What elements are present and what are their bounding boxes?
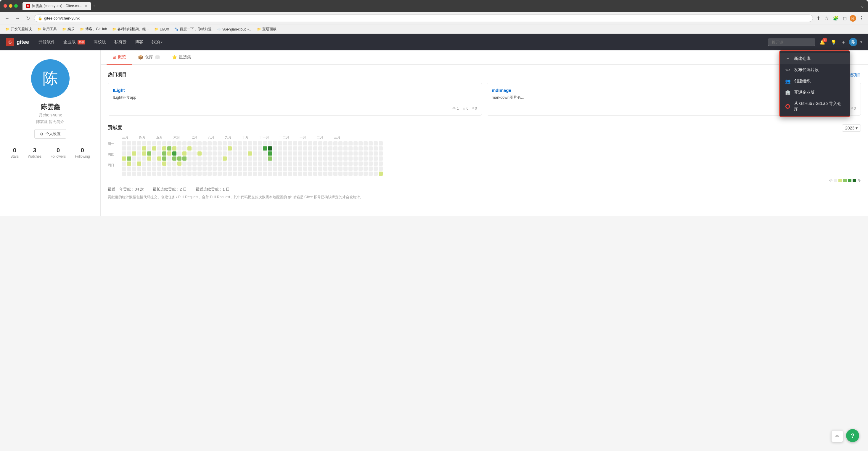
day-cell xyxy=(328,146,333,150)
extensions-btn[interactable]: 🧩 xyxy=(832,15,840,22)
tab-overview[interactable]: ⊞ 概览 xyxy=(106,50,132,65)
day-cell xyxy=(364,162,368,166)
close-window-btn[interactable] xyxy=(4,4,7,8)
dropdown-enterprise[interactable]: 🏢 开通企业版 xyxy=(780,87,850,98)
day-cell xyxy=(278,141,282,145)
active-tab[interactable]: G 陈雲鑫 (chen-yunx) - Gitee.co... ✕ xyxy=(23,2,91,10)
contribution-title: 贡献度 xyxy=(108,125,122,131)
contribution-legend: 少 多 xyxy=(108,178,861,183)
day-cell xyxy=(172,172,177,176)
year-selector[interactable]: 2023 ▾ xyxy=(842,124,861,132)
day-cell xyxy=(157,141,161,145)
day-cell xyxy=(177,167,182,171)
day-cell xyxy=(233,167,237,171)
bookmark-baota[interactable]: 📁 宝塔面板 xyxy=(255,26,279,32)
new-tab-btn[interactable]: + xyxy=(93,3,95,8)
dropdown-item-label: 从 GitHub / GitLab 导入仓库 xyxy=(794,101,844,112)
nav-mine[interactable]: 我的 ▾ xyxy=(148,38,166,47)
stat-watches[interactable]: 3 Watches xyxy=(28,147,41,159)
nav-school[interactable]: 高校版 xyxy=(90,38,110,47)
stat-stars[interactable]: 0 Stars xyxy=(10,147,19,159)
bookmark-btn[interactable]: ☆ xyxy=(823,15,830,22)
stat-following[interactable]: 0 Following xyxy=(75,147,90,159)
cast-btn[interactable]: ⬆ xyxy=(815,15,822,22)
week-col xyxy=(263,141,267,176)
notification-btn[interactable]: 🔔 3 xyxy=(818,38,827,46)
user-avatar-btn[interactable]: 陈 xyxy=(849,38,857,46)
bookmark-yule[interactable]: 📁 娱乐 xyxy=(60,26,77,32)
month-label: 五月 xyxy=(156,135,174,140)
close-tab-btn[interactable]: ✕ xyxy=(85,4,87,8)
bookmark-vue[interactable]: ☁️ vue-9jian-cloud -... xyxy=(215,27,254,32)
add-btn[interactable]: ＋ xyxy=(841,38,846,46)
dropdown-create-org[interactable]: 👥 创建组织 xyxy=(780,76,850,87)
day-cell xyxy=(283,141,287,145)
reload-btn[interactable]: ↻ xyxy=(24,15,32,22)
nav-blog[interactable]: 博客 xyxy=(131,38,147,47)
nav-opensource[interactable]: 开源软件 xyxy=(35,38,59,47)
day-cell xyxy=(167,157,172,161)
dropdown-publish-snippet[interactable]: </> 发布代码片段 xyxy=(780,64,850,76)
bookmark-kaifa[interactable]: 📁 开发问题解决 xyxy=(3,26,34,32)
theme-btn[interactable]: 💡 xyxy=(830,38,838,46)
day-cell xyxy=(142,151,146,156)
forward-btn[interactable]: → xyxy=(13,15,22,22)
day-cell xyxy=(172,167,177,171)
contribution-note: 贡献度的统计数据包括代码提交、创建任务 / Pull Request、合并 Pu… xyxy=(108,194,861,200)
recent-streak: 最近连续贡献：1 日 xyxy=(196,187,230,192)
profile-btn[interactable]: ◻ xyxy=(842,15,848,22)
month-label: 三月 xyxy=(334,135,346,140)
day-cell xyxy=(172,162,177,166)
stat-followers[interactable]: 0 Followers xyxy=(51,147,66,159)
maximize-window-btn[interactable] xyxy=(14,4,18,8)
day-cell xyxy=(348,162,352,166)
bookmark-uiux[interactable]: 📁 UI/UX xyxy=(152,27,172,32)
day-cell xyxy=(303,146,307,150)
day-cell xyxy=(328,157,333,161)
week-col xyxy=(208,141,212,176)
day-cell xyxy=(288,162,292,166)
day-cell xyxy=(369,162,373,166)
day-cell xyxy=(162,146,166,150)
bookmark-changyong[interactable]: 📁 常用工具 xyxy=(35,26,59,32)
address-bar[interactable]: 🔒 gitee.com/chen-yunx xyxy=(34,15,813,22)
day-cell xyxy=(122,151,126,156)
folder-icon: 📁 xyxy=(37,27,41,31)
star-stat: ☆ 0 xyxy=(462,106,469,111)
tab-repos[interactable]: 📦 仓库 3 xyxy=(132,50,166,65)
bookmark-frontend[interactable]: 📁 各种前端框架、组... xyxy=(110,26,151,32)
day-cell xyxy=(233,162,237,166)
day-cell xyxy=(348,146,352,150)
week-col xyxy=(353,141,358,176)
day-cell xyxy=(288,167,292,171)
dropdown-new-repo[interactable]: ＋ 新建仓库 xyxy=(780,53,850,64)
user-btn[interactable]: 陈 xyxy=(850,15,856,22)
nav-private-cloud[interactable]: 私有云 xyxy=(111,38,130,47)
minimize-window-btn[interactable] xyxy=(9,4,12,8)
project-card-ilight[interactable]: ILight ILight轻食app 👁 1 ☆ 0 xyxy=(108,83,482,116)
fork-stat: ⑂ 0 xyxy=(472,106,477,111)
gitee-logo[interactable]: G gitee xyxy=(6,38,29,46)
day-cell xyxy=(268,151,272,156)
day-cell xyxy=(192,141,196,145)
day-cell xyxy=(147,162,151,166)
nav-enterprise[interactable]: 企业版 特惠 xyxy=(60,38,89,47)
day-cell xyxy=(333,141,338,145)
legend-cell-0 xyxy=(834,179,837,182)
week-col xyxy=(283,141,287,176)
day-label-mon: 周一 xyxy=(108,141,120,147)
dropdown-import-repo[interactable]: ⭕ 从 GitHub / GitLab 导入仓库 xyxy=(780,98,850,115)
window-more-btn[interactable]: ⌄ xyxy=(860,3,864,9)
week-col xyxy=(187,141,191,176)
more-options-btn[interactable]: ⋮ xyxy=(858,15,865,22)
bookmark-boke[interactable]: 📁 博客、GitHub xyxy=(78,26,109,32)
day-cell xyxy=(162,157,166,161)
tab-stars[interactable]: ⭐ 星选集 xyxy=(166,50,197,65)
bookmark-baidu[interactable]: 🐾 百度一下，你就知道 xyxy=(172,26,214,32)
project-name: ILight xyxy=(113,88,477,93)
user-dropdown-arrow[interactable]: ▾ xyxy=(860,40,862,44)
search-input[interactable] xyxy=(768,38,815,46)
settings-button[interactable]: ⚙ 个人设置 xyxy=(34,129,66,139)
back-btn[interactable]: ← xyxy=(3,15,11,22)
day-cell xyxy=(288,172,292,176)
